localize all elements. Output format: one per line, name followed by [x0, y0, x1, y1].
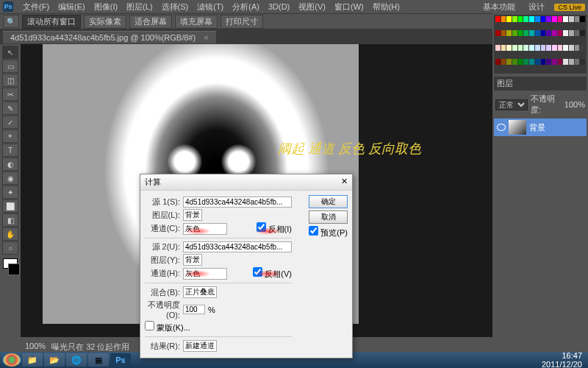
swatch[interactable] — [495, 59, 501, 65]
swatch[interactable] — [541, 30, 546, 36]
swatch[interactable] — [512, 59, 517, 65]
fit-screen-button[interactable]: 适合屏幕 — [129, 15, 172, 29]
tool-14[interactable]: ○ — [2, 241, 18, 255]
tool-0[interactable]: ↖ — [2, 46, 18, 59]
source2-select[interactable]: 4d51d933ca443248ac4b5fb... — [183, 241, 292, 252]
start-button[interactable] — [3, 353, 21, 367]
swatch[interactable] — [518, 30, 523, 36]
close-icon[interactable]: × — [204, 33, 208, 42]
menu-edit[interactable]: 编辑(E) — [54, 1, 89, 13]
swatch[interactable] — [529, 30, 534, 36]
cslive-button[interactable]: CS Live — [554, 4, 585, 11]
fill-screen-button[interactable]: 填充屏幕 — [175, 15, 218, 29]
dialog-close-icon[interactable]: ✕ — [341, 177, 348, 188]
swatch[interactable] — [563, 16, 568, 22]
swatch[interactable] — [495, 45, 501, 51]
swatch[interactable] — [512, 16, 517, 22]
invert2-checkbox[interactable]: 反相(V) — [253, 267, 292, 280]
tool-9[interactable]: ◉ — [2, 171, 18, 185]
taskbar-ie-icon[interactable]: 🌐 — [66, 353, 87, 367]
swatch[interactable] — [563, 30, 568, 36]
layers-panel-tab[interactable]: 图层 — [494, 77, 587, 91]
source1-select[interactable]: 4d51d933ca443248ac4b5fb... — [183, 197, 292, 208]
taskbar-ps-icon[interactable]: Ps — [110, 353, 131, 367]
swatch[interactable] — [495, 30, 501, 36]
workspace-basic[interactable]: 基本功能 — [479, 1, 519, 13]
swatch[interactable] — [558, 16, 563, 22]
swatch[interactable] — [575, 45, 580, 51]
channel1-select[interactable]: 灰色 — [183, 223, 227, 235]
visibility-icon[interactable] — [497, 124, 506, 131]
swatch[interactable] — [523, 16, 528, 22]
swatch[interactable] — [569, 16, 574, 22]
document-tab[interactable]: 4d51d933ca443248ac4b5fb5.jpg @ 100%(RGB/… — [3, 31, 216, 43]
swatch[interactable] — [558, 30, 563, 36]
result-select[interactable]: 新建通道 — [183, 340, 217, 352]
tool-12[interactable]: ◧ — [2, 213, 18, 227]
layer2-select[interactable]: 背景 — [183, 254, 202, 266]
workspace-design[interactable]: 设计 — [525, 1, 548, 13]
taskbar-app-icon[interactable]: ▦ — [88, 353, 109, 367]
channel2-select[interactable]: 灰色 — [183, 268, 227, 280]
swatch[interactable] — [552, 16, 557, 22]
swatch[interactable] — [575, 16, 580, 22]
swatch[interactable] — [563, 45, 568, 51]
menu-select[interactable]: 选择(S) — [158, 1, 193, 13]
tool-3[interactable]: ✂ — [2, 88, 18, 101]
swatch[interactable] — [563, 59, 568, 65]
swatch[interactable] — [558, 59, 563, 65]
swatch[interactable] — [535, 59, 540, 65]
preview-checkbox[interactable]: 预览(P) — [309, 226, 348, 238]
swatch[interactable] — [535, 30, 540, 36]
tool-13[interactable]: ✋ — [2, 227, 18, 241]
swatch[interactable] — [558, 45, 563, 51]
menu-file[interactable]: 文件(F) — [19, 1, 53, 13]
swatch[interactable] — [575, 30, 580, 36]
tool-2[interactable]: ◫ — [2, 74, 18, 87]
swatch[interactable] — [501, 30, 506, 36]
swatch[interactable] — [512, 45, 517, 51]
menu-layer[interactable]: 图层(L) — [123, 1, 156, 13]
actual-pixels-button[interactable]: 实际像素 — [84, 15, 126, 29]
mask-checkbox[interactable]: 蒙版(K)... — [145, 321, 190, 333]
cancel-button[interactable]: 取消 — [309, 210, 348, 224]
swatch[interactable] — [495, 16, 501, 22]
tool-10[interactable]: ✦ — [2, 185, 18, 199]
swatch[interactable] — [552, 45, 557, 51]
scroll-all-dropdown[interactable]: 滚动所有窗口 — [22, 15, 81, 29]
layer-row-background[interactable]: 背景 — [494, 118, 587, 136]
swatch[interactable] — [569, 45, 574, 51]
swatch[interactable] — [580, 45, 585, 51]
swatch[interactable] — [518, 45, 523, 51]
swatch[interactable] — [541, 59, 546, 65]
print-size-button[interactable]: 打印尺寸 — [220, 15, 263, 29]
swatch[interactable] — [529, 59, 534, 65]
swatch[interactable] — [546, 16, 551, 22]
opacity-input[interactable] — [183, 305, 205, 314]
swatch[interactable] — [552, 59, 557, 65]
swatch[interactable] — [580, 16, 585, 22]
swatch[interactable] — [569, 30, 574, 36]
swatch[interactable] — [523, 45, 528, 51]
menu-image[interactable]: 图像(I) — [90, 1, 121, 13]
swatch[interactable] — [506, 45, 512, 51]
tool-8[interactable]: ◐ — [2, 158, 18, 171]
menu-window[interactable]: 窗口(W) — [331, 1, 368, 13]
invert1-checkbox[interactable]: 反相(I) — [257, 222, 292, 235]
swatch[interactable] — [541, 45, 546, 51]
swatch[interactable] — [506, 30, 512, 36]
blending-select[interactable]: 正片叠底 — [183, 286, 217, 298]
swatch[interactable] — [546, 30, 551, 36]
swatch[interactable] — [535, 45, 540, 51]
swatch[interactable] — [569, 59, 574, 65]
zoom-level[interactable]: 100% — [25, 342, 46, 352]
tool-4[interactable]: ✎ — [2, 102, 18, 115]
foreground-background-swatch[interactable] — [3, 258, 18, 269]
swatch[interactable] — [552, 30, 557, 36]
swatches-panel[interactable] — [494, 15, 587, 74]
swatch[interactable] — [518, 59, 523, 65]
tool-11[interactable]: ⬜ — [2, 199, 18, 213]
swatch[interactable] — [580, 59, 585, 65]
swatch[interactable] — [535, 16, 540, 22]
swatch[interactable] — [518, 16, 523, 22]
